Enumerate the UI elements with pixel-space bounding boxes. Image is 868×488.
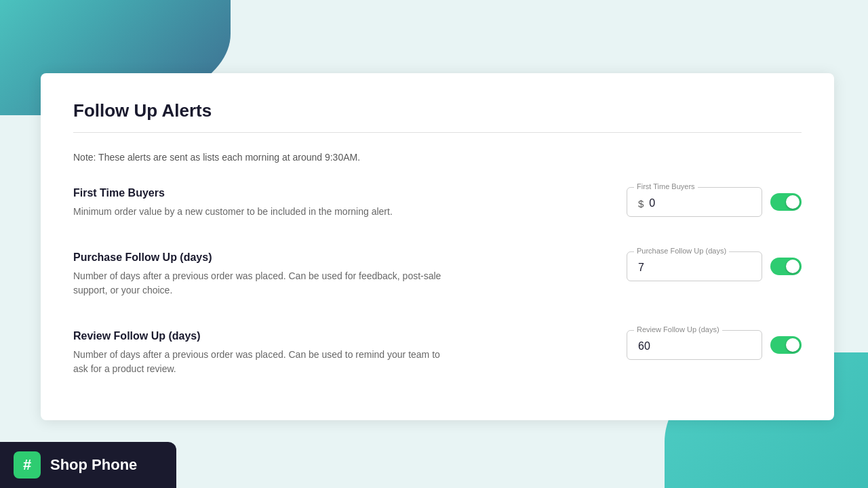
alert-control-first-time-buyers: First Time Buyers$ (627, 187, 802, 217)
alert-row-first-time-buyers: First Time BuyersMinimum order value by … (73, 187, 802, 219)
toggle-track-review-follow-up (770, 336, 802, 354)
toggle-purchase-follow-up[interactable] (770, 258, 802, 275)
toggle-track-first-time-buyers (770, 193, 802, 211)
alert-subtitle-first-time-buyers: Minimum order value by a new customer to… (73, 205, 393, 219)
input-prefix-first-time-buyers: $ (638, 198, 644, 209)
alert-description-review-follow-up: Review Follow Up (days)Number of days af… (73, 330, 453, 376)
toggle-thumb-review-follow-up (786, 338, 800, 352)
alert-control-purchase-follow-up: Purchase Follow Up (days) (627, 251, 802, 281)
alerts-container: First Time BuyersMinimum order value by … (73, 187, 802, 376)
alert-description-purchase-follow-up: Purchase Follow Up (days)Number of days … (73, 251, 453, 298)
input-legend-first-time-buyers: First Time Buyers (634, 182, 698, 190)
alert-subtitle-review-follow-up: Number of days after a previous order wa… (73, 348, 453, 376)
input-row-first-time-buyers: $ (638, 197, 751, 209)
note-text: Note: These alerts are sent as lists eac… (73, 152, 802, 163)
toggle-thumb-first-time-buyers (786, 195, 800, 209)
input-fieldset-first-time-buyers: First Time Buyers$ (627, 187, 762, 217)
brand-icon: # (14, 451, 41, 479)
input-legend-review-follow-up: Review Follow Up (days) (634, 325, 722, 333)
input-field-first-time-buyers[interactable] (649, 197, 751, 209)
branding-bar: # Shop Phone (0, 442, 176, 488)
alert-title-purchase-follow-up: Purchase Follow Up (days) (73, 251, 453, 264)
toggle-first-time-buyers[interactable] (770, 193, 802, 211)
alert-description-first-time-buyers: First Time BuyersMinimum order value by … (73, 187, 393, 219)
input-fieldset-review-follow-up: Review Follow Up (days) (627, 330, 762, 360)
input-field-purchase-follow-up[interactable] (638, 262, 751, 274)
toggle-review-follow-up[interactable] (770, 336, 802, 354)
toggle-track-purchase-follow-up (770, 258, 802, 275)
toggle-thumb-purchase-follow-up (786, 260, 800, 273)
alert-title-review-follow-up: Review Follow Up (days) (73, 330, 453, 342)
alert-control-review-follow-up: Review Follow Up (days) (627, 330, 802, 360)
alert-row-purchase-follow-up: Purchase Follow Up (days)Number of days … (73, 251, 802, 298)
page-title: Follow Up Alerts (73, 100, 802, 121)
alert-row-review-follow-up: Review Follow Up (days)Number of days af… (73, 330, 802, 376)
input-row-review-follow-up (638, 340, 751, 352)
input-field-review-follow-up[interactable] (638, 340, 751, 352)
input-row-purchase-follow-up (638, 262, 751, 274)
title-divider (73, 132, 802, 133)
input-fieldset-purchase-follow-up: Purchase Follow Up (days) (627, 251, 762, 281)
brand-name: Shop Phone (50, 456, 137, 474)
alert-title-first-time-buyers: First Time Buyers (73, 187, 393, 199)
alert-subtitle-purchase-follow-up: Number of days after a previous order wa… (73, 269, 453, 298)
main-card: Follow Up Alerts Note: These alerts are … (41, 73, 834, 420)
input-legend-purchase-follow-up: Purchase Follow Up (days) (634, 247, 729, 255)
